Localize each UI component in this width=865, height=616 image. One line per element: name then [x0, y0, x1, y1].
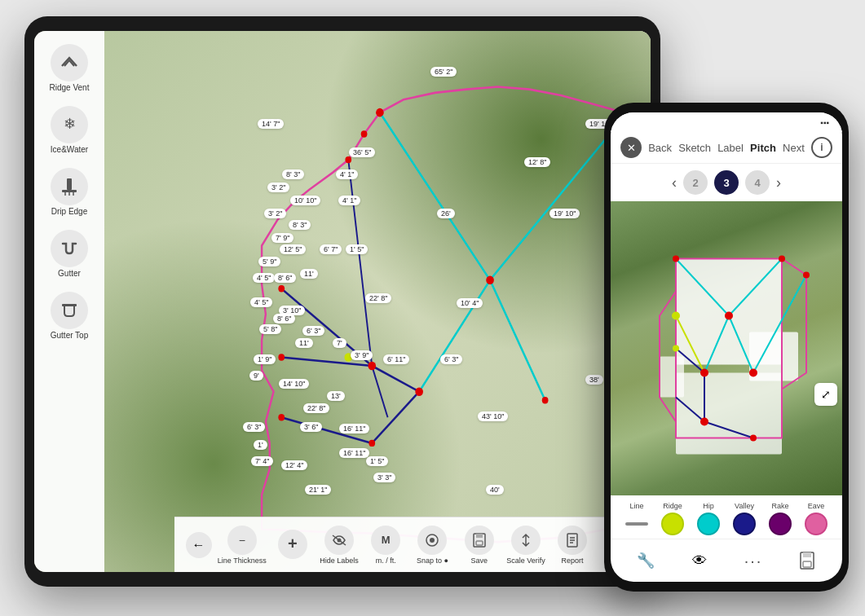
add-button[interactable]: + [272, 530, 313, 561]
legend-hip-label: Hip [703, 502, 714, 510]
meas-14-7: 14' 7" [258, 119, 284, 129]
sidebar-item-ridge-vent[interactable]: Ridge Vent [40, 39, 99, 98]
phone-wrench-button[interactable]: 🔧 [631, 546, 660, 575]
phone-save-button[interactable] [792, 546, 822, 575]
phone-nav-back[interactable]: Back [648, 142, 672, 154]
legend-line-swatch[interactable] [625, 522, 648, 526]
hide-labels-icon [324, 526, 354, 555]
sidebar-item-gutter-top[interactable]: Gutter Top [40, 287, 99, 345]
phone-nav-next[interactable]: Next [783, 142, 805, 154]
scale-verify-button[interactable]: Scale Verify [505, 526, 546, 565]
meas-8-3: 8' 3" [282, 169, 304, 179]
meas-7-4: 7' 4" [251, 456, 273, 466]
legend-hip: Hip [697, 502, 720, 535]
drip-edge-icon [51, 168, 88, 205]
phone-nav-sketch[interactable]: Sketch [678, 142, 711, 154]
svg-point-25 [542, 397, 549, 403]
legend-eave-swatch[interactable] [805, 513, 827, 535]
svg-point-62 [750, 435, 757, 442]
hide-labels-label: Hide Labels [320, 557, 359, 565]
phone-close-button[interactable]: ✕ [620, 137, 642, 158]
sidebar-item-gutter[interactable]: Gutter [40, 225, 99, 284]
hide-labels-button[interactable]: Hide Labels [319, 526, 360, 565]
back-button[interactable]: ← [186, 532, 212, 558]
tablet: Ridge Vent ❄ Ice&Water Dr [24, 16, 660, 587]
meas-21-1: 21' 1" [305, 485, 331, 495]
phone-dots-button[interactable]: ··· [739, 546, 768, 575]
ridge-vent-icon [51, 44, 88, 81]
legend-ridge-swatch[interactable] [661, 513, 684, 535]
meas-3-6: 3' 6" [300, 422, 322, 432]
phone: ▪▪▪ ✕ Back Sketch Label Pitch Next i ‹ 2… [604, 103, 849, 592]
gutter-icon [51, 230, 88, 267]
line-thickness-button[interactable]: − Line Thickness [218, 526, 267, 565]
phone-nav-pitch[interactable]: Pitch [750, 142, 776, 154]
legend-hip-swatch[interactable] [697, 513, 720, 535]
meas-26: 26' [437, 209, 455, 218]
phone-status-bar: ▪▪▪ [611, 112, 842, 132]
line-thickness-icon: − [227, 526, 257, 555]
meas-22-8b: 22' 8" [303, 403, 329, 413]
step-3[interactable]: 3 [714, 170, 739, 195]
step-2-label: 2 [692, 177, 698, 189]
meas-16-11a: 16' 11" [339, 424, 369, 433]
report-button[interactable]: Report [552, 526, 593, 565]
meas-6-7: 6' 7" [320, 244, 342, 254]
svg-point-21 [278, 285, 285, 292]
meas-1: 1' [254, 440, 267, 450]
meas-3-2b: 3' 2" [264, 209, 286, 218]
svg-marker-4 [262, 87, 643, 543]
phone-roof-svg [611, 201, 842, 495]
meas-3-3: 3' 3" [373, 473, 395, 482]
step-prev-arrow[interactable]: ‹ [672, 174, 677, 191]
phone-nav-label[interactable]: Label [717, 142, 744, 154]
snap-icon [417, 526, 447, 555]
meas-12-5: 12' 5" [280, 244, 306, 254]
meas-14-10: 14' 10" [279, 379, 309, 389]
legend-rake-swatch[interactable] [769, 513, 792, 535]
expand-button[interactable]: ⤢ [814, 383, 837, 406]
sidebar-gutter-top-label: Gutter Top [51, 331, 89, 341]
svg-point-24 [369, 440, 375, 447]
step-4[interactable]: 4 [745, 170, 770, 195]
meas-36-5: 36' 5" [349, 147, 375, 157]
m-ft-icon: M [371, 526, 400, 555]
phone-eye-button[interactable]: 👁 [685, 546, 714, 575]
meas-6-3a: 6' 3" [302, 326, 324, 336]
meas-8-3b: 8' 3" [289, 220, 311, 230]
meas-11b: 11' [295, 338, 313, 348]
snap-button[interactable]: Snap to ● [412, 526, 452, 565]
meas-8-6a: 8' 6" [274, 273, 296, 283]
svg-rect-34 [476, 541, 483, 545]
phone-tools: 🔧 👁 ··· [611, 539, 842, 582]
svg-point-22 [278, 354, 285, 360]
phone-legend: Line Ridge Hip Valley Rake [611, 495, 842, 539]
save-icon [465, 526, 494, 555]
svg-line-5 [380, 112, 490, 280]
sidebar-gutter-label: Gutter [58, 269, 81, 279]
line-thickness-label: Line Thickness [218, 557, 267, 565]
meas-6-11: 6' 11" [383, 354, 409, 364]
step-next-arrow[interactable]: › [776, 174, 781, 191]
svg-rect-66 [803, 552, 811, 557]
add-icon: + [278, 530, 307, 559]
svg-rect-43 [660, 357, 684, 398]
meas-10-10: 10' 10" [290, 196, 320, 205]
gutter-top-icon [51, 292, 88, 329]
legend-ridge: Ridge [661, 502, 684, 535]
save-button[interactable]: Save [459, 526, 500, 565]
sidebar-item-ice-water[interactable]: ❄ Ice&Water [40, 101, 99, 160]
phone-info-button[interactable]: i [811, 137, 832, 158]
svg-line-14 [348, 160, 372, 366]
legend-valley-swatch[interactable] [733, 513, 756, 535]
sidebar-drip-edge-label: Drip Edge [51, 207, 87, 217]
meas-1-9: 1' 9" [254, 354, 276, 364]
m-ft-button[interactable]: M m. / ft. [365, 526, 406, 565]
tablet-screen: Ridge Vent ❄ Ice&Water Dr [34, 31, 651, 572]
meas-3-9: 3' 9" [351, 350, 373, 360]
tablet-toolbar: ← − Line Thickness + Hide Labels M [174, 517, 651, 572]
sidebar-item-drip-edge[interactable]: Drip Edge [40, 163, 99, 222]
svg-rect-67 [803, 561, 811, 567]
meas-7-9: 7' 9" [271, 233, 293, 243]
step-2[interactable]: 2 [683, 170, 708, 195]
